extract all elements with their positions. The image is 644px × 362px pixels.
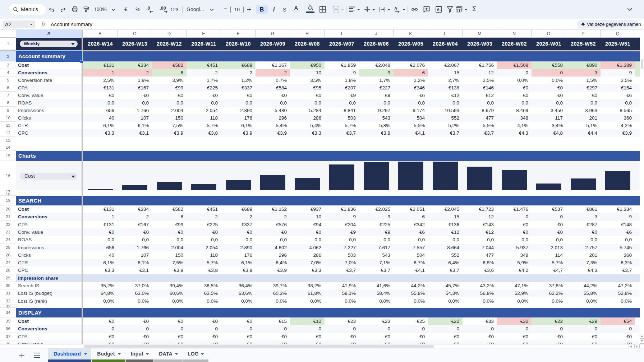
svg-text:A: A	[394, 6, 397, 11]
